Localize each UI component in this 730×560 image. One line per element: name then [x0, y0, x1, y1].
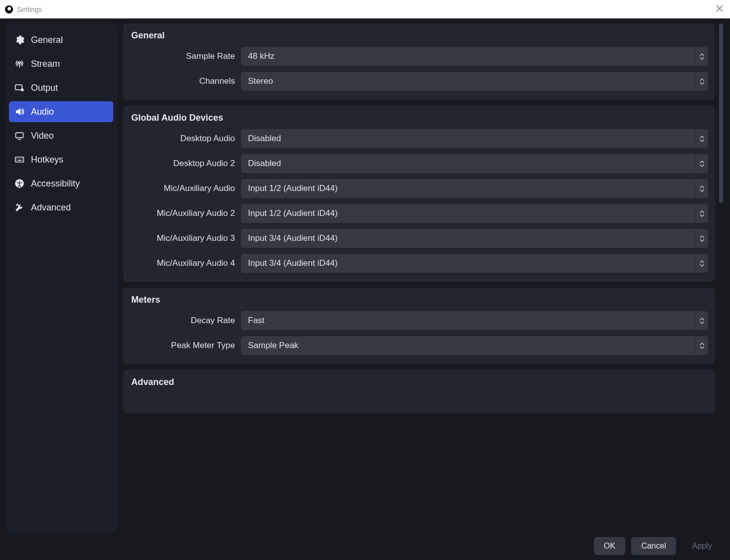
sidebar-item-label: Audio	[31, 107, 54, 117]
row-decay-rate: Decay Rate Fast	[130, 311, 708, 330]
antenna-icon	[14, 58, 25, 69]
sidebar-item-video[interactable]: Video	[9, 125, 113, 146]
spinner-icon	[695, 311, 708, 330]
app-body: General Stream Output Audio	[0, 18, 730, 560]
select-desktop-audio[interactable]: Disabled	[241, 129, 708, 148]
row-sample-rate: Sample Rate 48 kHz	[130, 47, 708, 66]
svg-rect-3	[15, 157, 24, 162]
spinner-icon	[695, 254, 708, 273]
select-desktop-audio-2[interactable]: Disabled	[241, 154, 708, 173]
select-value: Fast	[241, 316, 695, 326]
select-value: Disabled	[241, 159, 695, 169]
sidebar-item-label: Accessibility	[31, 179, 80, 189]
label-channels: Channels	[130, 76, 235, 86]
speaker-icon	[14, 106, 25, 117]
sidebar-item-audio[interactable]: Audio	[9, 101, 113, 122]
svg-point-5	[19, 181, 20, 182]
output-icon	[14, 82, 25, 93]
label-desktop-audio: Desktop Audio	[130, 134, 235, 144]
label-mic-aux-4: Mic/Auxiliary Audio 4	[130, 258, 235, 268]
main: General Sample Rate 48 kHz Channels	[123, 23, 725, 532]
select-sample-rate[interactable]: 48 kHz	[241, 47, 708, 66]
sidebar-item-output[interactable]: Output	[9, 77, 113, 98]
sidebar-item-hotkeys[interactable]: Hotkeys	[9, 149, 113, 170]
sidebar: General Stream Output Audio	[5, 23, 117, 532]
section-meters: Meters Decay Rate Fast Peak Meter Typ	[123, 288, 715, 364]
select-mic-aux-3[interactable]: Input 3/4 (Audient iD44)	[241, 229, 708, 248]
close-icon[interactable]	[716, 5, 723, 12]
section-general: General Sample Rate 48 kHz Channels	[123, 23, 715, 100]
row-mic-aux: Mic/Auxiliary Audio Input 1/2 (Audient i…	[130, 179, 708, 198]
select-value: Sample Peak	[241, 341, 695, 351]
label-decay-rate: Decay Rate	[130, 316, 235, 326]
row-desktop-audio-2: Desktop Audio 2 Disabled	[130, 154, 708, 173]
svg-rect-2	[16, 133, 23, 138]
label-sample-rate: Sample Rate	[130, 51, 235, 61]
tools-icon	[14, 202, 25, 213]
content-wrap: General Stream Output Audio	[0, 18, 730, 532]
spinner-icon	[695, 179, 708, 198]
sidebar-item-accessibility[interactable]: Accessibility	[9, 173, 113, 194]
spinner-icon	[695, 72, 708, 91]
window-title: Settings	[17, 5, 42, 13]
keyboard-icon	[14, 154, 25, 165]
select-value: 48 kHz	[241, 51, 695, 61]
select-peak-meter[interactable]: Sample Peak	[241, 336, 708, 355]
select-value: Input 1/2 (Audient iD44)	[241, 208, 695, 218]
section-advanced: Advanced	[123, 370, 715, 413]
sidebar-item-label: Stream	[31, 59, 60, 69]
sidebar-item-label: Hotkeys	[31, 155, 63, 165]
section-title: Advanced	[130, 377, 708, 387]
label-mic-aux-3: Mic/Auxiliary Audio 3	[130, 233, 235, 243]
scrollbar-thumb[interactable]	[719, 23, 723, 203]
row-mic-aux-4: Mic/Auxiliary Audio 4 Input 3/4 (Audient…	[130, 254, 708, 273]
svg-point-1	[21, 89, 23, 91]
spinner-icon	[695, 204, 708, 223]
titlebar: Settings	[0, 0, 730, 18]
monitor-icon	[14, 130, 25, 141]
label-desktop-audio-2: Desktop Audio 2	[130, 159, 235, 169]
accessibility-icon	[14, 178, 25, 189]
label-mic-aux-2: Mic/Auxiliary Audio 2	[130, 208, 235, 218]
row-peak-meter: Peak Meter Type Sample Peak	[130, 336, 708, 355]
spinner-icon	[695, 229, 708, 248]
footer: OK Cancel Apply	[0, 532, 730, 560]
select-mic-aux-4[interactable]: Input 3/4 (Audient iD44)	[241, 254, 708, 273]
label-mic-aux: Mic/Auxiliary Audio	[130, 184, 235, 193]
spinner-icon	[695, 129, 708, 148]
select-value: Input 3/4 (Audient iD44)	[241, 258, 695, 268]
svg-rect-0	[15, 85, 22, 90]
select-value: Stereo	[241, 76, 695, 86]
row-desktop-audio: Desktop Audio Disabled	[130, 129, 708, 148]
cancel-button[interactable]: Cancel	[631, 537, 676, 555]
row-channels: Channels Stereo	[130, 72, 708, 91]
sidebar-item-label: Advanced	[31, 202, 71, 213]
main-scroll[interactable]: General Sample Rate 48 kHz Channels	[123, 23, 717, 532]
row-mic-aux-2: Mic/Auxiliary Audio 2 Input 1/2 (Audient…	[130, 204, 708, 223]
select-channels[interactable]: Stereo	[241, 72, 708, 91]
spinner-icon	[695, 47, 708, 66]
section-title: Meters	[130, 295, 708, 305]
spinner-icon	[695, 154, 708, 173]
apply-button: Apply	[682, 537, 722, 555]
select-mic-aux[interactable]: Input 1/2 (Audient iD44)	[241, 179, 708, 198]
row-mic-aux-3: Mic/Auxiliary Audio 3 Input 3/4 (Audient…	[130, 229, 708, 248]
spinner-icon	[695, 336, 708, 355]
section-title: Global Audio Devices	[130, 113, 708, 123]
section-title: General	[130, 30, 708, 41]
ok-button[interactable]: OK	[594, 537, 625, 555]
sidebar-item-label: Video	[31, 131, 54, 141]
select-decay-rate[interactable]: Fast	[241, 311, 708, 330]
gear-icon	[14, 34, 25, 45]
sidebar-item-advanced[interactable]: Advanced	[9, 197, 113, 218]
sidebar-item-stream[interactable]: Stream	[9, 53, 113, 74]
select-mic-aux-2[interactable]: Input 1/2 (Audient iD44)	[241, 204, 708, 223]
section-global-audio-devices: Global Audio Devices Desktop Audio Disab…	[123, 106, 715, 282]
app-icon	[5, 5, 13, 13]
sidebar-item-general[interactable]: General	[9, 29, 113, 50]
scrollbar[interactable]	[717, 23, 725, 532]
sidebar-item-label: General	[31, 35, 63, 45]
sidebar-item-label: Output	[31, 83, 58, 93]
select-value: Input 1/2 (Audient iD44)	[241, 184, 695, 193]
label-peak-meter: Peak Meter Type	[130, 341, 235, 351]
